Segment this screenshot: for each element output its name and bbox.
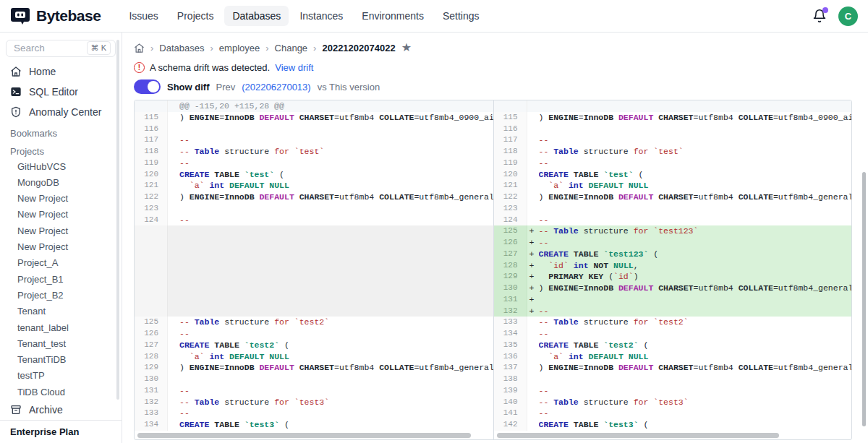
line-number: 140 [494, 397, 527, 408]
line-number: 141 [494, 408, 527, 419]
code-line: CREATE TABLE `test2` ( [539, 340, 852, 351]
line-number: 128 [135, 351, 168, 363]
sidebar-project-item[interactable]: New Project [0, 238, 122, 254]
diff-row: 124-- [135, 215, 493, 226]
sidebar-project-item[interactable]: GitHubVCS [0, 158, 122, 174]
diff-filler-row [135, 225, 493, 237]
code-line [539, 203, 852, 215]
line-number: 125 [135, 317, 168, 328]
code-line: -- Table structure for `test2` [179, 317, 493, 328]
diff-row: 123 [135, 203, 493, 215]
diff-row: 141-- [494, 408, 852, 419]
sidebar-project-item[interactable]: Project_B1 [0, 271, 122, 287]
horizontal-scrollbar[interactable] [137, 433, 471, 438]
code-line: -- Table structure for `test` [539, 146, 852, 158]
line-number: 124 [135, 215, 168, 226]
code-line: PRIMARY KEY (`id`) [539, 271, 852, 283]
sidebar-project-item[interactable]: testTP [0, 367, 122, 383]
code-line [179, 225, 493, 237]
sidebar-item-sql-editor[interactable]: SQL Editor [0, 82, 122, 102]
code-line: ) ENGINE=InnoDB DEFAULT CHARSET=utf8mb4 … [539, 362, 852, 374]
sidebar-project-item[interactable]: TiDB Cloud [0, 384, 122, 400]
line-number: 120 [494, 169, 527, 181]
breadcrumb-databases[interactable]: Databases [159, 43, 204, 53]
bytebase-logo[interactable]: Bytebase [10, 6, 101, 26]
sidebar-project-item[interactable]: Project_A [0, 254, 122, 270]
show-diff-toggle[interactable] [134, 79, 161, 94]
sidebar-project-item[interactable]: TenantTiDB [0, 351, 122, 367]
code-line: -- [539, 408, 852, 419]
diff-row: 115) ENGINE=InnoDB DEFAULT CHARSET=utf8m… [135, 112, 493, 124]
diff-row: 123 [494, 203, 852, 215]
diff-filler-row [135, 260, 493, 272]
line-number: 119 [135, 158, 168, 169]
vs-label: vs This version [318, 82, 380, 93]
code-line: ) ENGINE=InnoDB DEFAULT CHARSET=utf8mb4 … [179, 362, 493, 374]
code-line: CREATE TABLE `test` ( [179, 169, 493, 181]
diff-row: 115) ENGINE=InnoDB DEFAULT CHARSET=utf8m… [494, 112, 852, 124]
diff-row: 128 `a` int DEFAULT NULL [135, 351, 493, 363]
sidebar-project-item[interactable]: Tenant [0, 303, 122, 319]
code-line: `a` int DEFAULT NULL [179, 180, 493, 192]
schema-diff-viewer: @@ -115,20 +115,28 @@115) ENGINE=InnoDB … [134, 100, 852, 440]
sidebar-scrollbar[interactable] [116, 40, 119, 400]
sidebar-item-anomaly-center[interactable]: Anomaly Center [0, 102, 122, 122]
line-number [494, 100, 527, 112]
diff-row: 139-- [494, 385, 852, 397]
line-number: 121 [494, 180, 527, 192]
sidebar-item-home[interactable]: Home [0, 61, 122, 82]
breadcrumb: › Databases › employee › Change › 202212… [134, 41, 868, 54]
diff-row: 134CREATE TABLE `test3` ( [135, 419, 493, 431]
line-number: 134 [135, 419, 168, 431]
avatar[interactable]: C [838, 7, 858, 26]
nav-item-issues[interactable]: Issues [121, 6, 166, 26]
horizontal-scrollbar[interactable] [497, 433, 780, 438]
breadcrumb-change[interactable]: Change [275, 43, 308, 53]
code-line: -- [179, 328, 493, 340]
sidebar-item-archive[interactable]: Archive [0, 400, 122, 420]
nav-item-databases[interactable]: Databases [224, 6, 289, 26]
sidebar-project-item[interactable]: Tenant_test [0, 335, 122, 351]
code-line [539, 100, 852, 112]
prev-version-link[interactable]: (202206270013) [242, 82, 310, 93]
view-drift-link[interactable]: View drift [275, 62, 313, 73]
breadcrumb-version: 20221202074022 [322, 43, 395, 53]
line-number: 127 [494, 249, 527, 260]
code-line: -- [539, 385, 852, 397]
page-scrollbar[interactable] [862, 172, 866, 426]
nav-item-instances[interactable]: Instances [292, 6, 351, 26]
line-number: 118 [494, 146, 527, 158]
line-number: 117 [494, 134, 527, 146]
sidebar-project-item[interactable]: MongoDB [0, 174, 122, 190]
sidebar-project-item[interactable]: New Project [0, 223, 122, 238]
breadcrumb-separator: › [313, 43, 316, 53]
sidebar-project-item[interactable]: New Project [0, 206, 122, 222]
code-line [539, 294, 852, 306]
line-number: 117 [135, 134, 168, 146]
diff-filler-row [135, 237, 493, 249]
home-breadcrumb-icon[interactable] [134, 43, 145, 53]
line-number: 133 [135, 408, 168, 419]
diff-row: 136 `a` int DEFAULT NULL [494, 351, 852, 363]
nav-item-settings[interactable]: Settings [435, 6, 488, 26]
diff-filler-row [135, 271, 493, 283]
main-content: › Databases › employee › Change › 202212… [122, 33, 868, 443]
code-line: -- [539, 134, 852, 146]
sidebar-project-item[interactable]: Project_B2 [0, 287, 122, 303]
notifications-button[interactable] [812, 9, 827, 23]
code-line: -- [539, 158, 852, 169]
line-number [135, 271, 168, 283]
code-line [539, 374, 852, 385]
diff-added-row: 132+-- [494, 306, 852, 317]
nav-item-projects[interactable]: Projects [169, 6, 222, 26]
line-number [135, 294, 168, 306]
sidebar-project-item[interactable]: New Project [0, 190, 122, 206]
search-input[interactable]: Search ⌘ K [6, 40, 116, 57]
breadcrumb-employee[interactable]: employee [219, 43, 260, 53]
line-number: 133 [494, 317, 527, 328]
code-line: CREATE TABLE `test` ( [539, 169, 852, 181]
sidebar-project-item[interactable]: tenant_label [0, 319, 122, 335]
star-icon[interactable]: ★ [401, 42, 412, 53]
line-number: 115 [135, 112, 168, 124]
nav-item-environments[interactable]: Environments [354, 6, 432, 26]
